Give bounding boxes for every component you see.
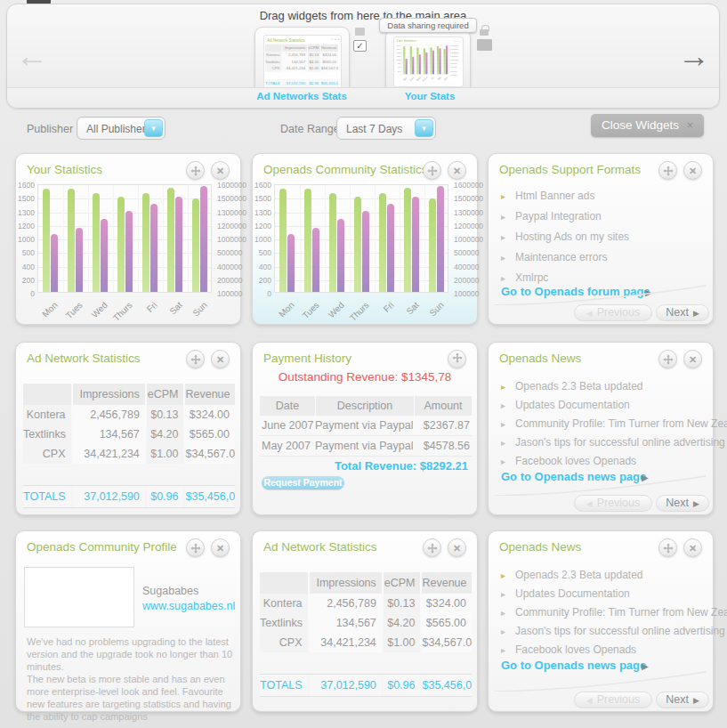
bullet-icon: ▸ [501, 457, 505, 466]
move-widget-icon[interactable] [423, 161, 441, 180]
list-item[interactable]: ▸Maintenance errors [501, 251, 607, 263]
close-widgets-button[interactable]: Close Widgets× [591, 114, 704, 137]
table-row: Kontera2,456,789$0.13$324.00 [265, 52, 338, 59]
chart-bar [150, 204, 158, 292]
close-widget-icon[interactable]: ✕ [448, 161, 466, 180]
y-axis-tick: 400000 [454, 263, 479, 271]
chart-bar [406, 59, 408, 74]
move-widget-icon[interactable] [658, 350, 677, 368]
move-widget-icon[interactable] [448, 350, 466, 368]
table-cell: Kontera [260, 594, 308, 613]
table-cell: Textlinks [23, 425, 71, 444]
gridline [275, 198, 448, 199]
chevron-down-icon[interactable]: ▼ [415, 119, 433, 137]
widget-thumbnail-your-stats[interactable]: Your Statistics● ● ●01000002002000004004… [385, 29, 471, 94]
table-cell: May 2007 [260, 436, 315, 456]
x-axis-label: Mon [265, 300, 296, 331]
list-item[interactable]: ▸Html Banner ads [501, 190, 594, 202]
y-axis-tick: 1300000 [454, 208, 483, 217]
move-widget-icon[interactable] [658, 161, 677, 180]
y-axis-tick: 1200 [15, 222, 35, 231]
list-item[interactable]: ▸Community Profile: Tim Turner from New … [501, 417, 727, 430]
link-arrow-icon[interactable]: ▶ [642, 661, 649, 671]
x-axis-label: Wed [78, 300, 109, 331]
list-item[interactable]: ▸Openads 2.3 Beta updated [501, 569, 642, 581]
y-axis-tick: 200000 [450, 69, 457, 72]
table-totals-row: TOTALS37,012,590$0.96$35,456,00 [260, 674, 472, 697]
news-page-link[interactable]: Go to Openads news page [501, 659, 646, 672]
next-button[interactable]: Next▶ [656, 304, 709, 321]
data-sharing-checkbox[interactable]: ✓ [353, 40, 367, 52]
thumbnail-link-ad-networks[interactable]: Ad Networks Stats [235, 91, 368, 101]
bullet-icon: ▸ [501, 273, 505, 283]
move-widget-icon[interactable] [658, 538, 677, 557]
move-widget-icon[interactable] [186, 161, 205, 180]
ad-network-table: ImpressionseCPMRevenueKontera2,456,789$0… [260, 572, 472, 697]
gridline [138, 185, 139, 292]
move-widget-icon[interactable] [186, 538, 205, 557]
table-totals-cell: 37,012,590 [310, 675, 382, 696]
widget-title: Ad Network Statistics [263, 540, 377, 554]
move-widget-icon[interactable] [186, 350, 205, 368]
thumbnail-link-your-stats[interactable]: Your Stats [363, 91, 497, 101]
chart-bar [362, 211, 369, 293]
bullet-icon: ▸ [501, 438, 505, 448]
bullet-icon: ▸ [501, 191, 505, 201]
table-header-cell: Revenue [185, 384, 235, 405]
forum-page-link[interactable]: Go to Openads forum page [501, 285, 650, 298]
link-arrow-icon[interactable]: ▶ [642, 473, 649, 482]
publisher-dropdown[interactable]: All Publishers ▼ [77, 117, 166, 140]
carousel-left-arrow-icon[interactable]: ← [16, 40, 48, 72]
y-axis-tick: 1500 [396, 48, 401, 51]
date-range-dropdown[interactable]: Last 7 Days ▼ [336, 117, 436, 140]
widget-title: Openads Support Formats [499, 163, 641, 176]
bullet-icon: ▸ [501, 232, 505, 242]
request-payment-button[interactable]: Request Payment [262, 476, 344, 489]
previous-button[interactable]: ◀Previous [574, 304, 652, 321]
table-cell: 134,567 [310, 613, 382, 633]
gridline [275, 253, 448, 254]
list-item[interactable]: ▸Facebook loves Openads [501, 455, 636, 467]
close-widget-icon[interactable]: ✕ [683, 161, 702, 180]
list-item[interactable]: ▸Xmlrpc [501, 271, 548, 284]
list-item[interactable]: ▸Paypal Integration [501, 210, 602, 222]
gridline [88, 185, 89, 292]
list-item[interactable]: ▸Openads 2.3 Beta updated [501, 380, 642, 392]
table-cell: $0.13 [384, 594, 421, 613]
bar-chart: 0100000200200000400400000500500000100010… [37, 184, 212, 293]
chart-bar [404, 188, 411, 292]
date-range-label: Date Range [280, 123, 340, 135]
carousel-right-arrow-icon[interactable]: → [678, 40, 710, 72]
chart-bar [192, 198, 199, 292]
next-button[interactable]: Next▶ [656, 692, 709, 708]
move-widget-icon[interactable] [423, 538, 441, 557]
close-widget-icon[interactable]: ✕ [211, 350, 230, 368]
list-item[interactable]: ▸Updates Documentation [501, 587, 630, 600]
close-widget-icon[interactable]: ✕ [211, 161, 230, 180]
table-totals-cell: TOTALS [265, 79, 281, 86]
list-item-label: Community Profile: Tim Turner from New Z… [515, 606, 727, 619]
table-totals-cell: $35,456,00 [321, 79, 338, 86]
chevron-down-icon[interactable]: ▼ [144, 119, 163, 137]
profile-website-link[interactable]: www.sugababes.nl [142, 600, 235, 612]
close-widget-icon[interactable]: ✕ [683, 350, 702, 368]
close-widget-icon[interactable]: ✕ [448, 538, 466, 557]
list-item[interactable]: ▸Community Profile: Tim Turner from New … [501, 606, 727, 619]
gridline [63, 185, 64, 292]
list-item[interactable]: ▸Hosting Ads on my sites [501, 231, 629, 243]
close-widget-icon[interactable]: ✕ [211, 538, 230, 557]
close-widget-icon[interactable]: ✕ [683, 538, 702, 557]
widget-your-statistics: Your Statistics ✕ 0100000200200000400400… [15, 153, 241, 325]
link-arrow-icon[interactable]: ▶ [645, 287, 652, 297]
y-axis-tick: 400 [396, 66, 401, 69]
list-item[interactable]: ▸Jason's tips for successful online adve… [501, 625, 725, 637]
y-axis-tick: 200 [252, 276, 271, 285]
news-page-link[interactable]: Go to Openads news page [501, 470, 646, 483]
table-cell: 134,567 [73, 425, 145, 444]
previous-button[interactable]: ◀Previous [574, 495, 652, 512]
next-button[interactable]: Next▶ [656, 495, 709, 512]
list-item[interactable]: ▸Updates Documentation [501, 399, 630, 411]
list-item[interactable]: ▸Facebook loves Openads [501, 643, 636, 656]
list-item[interactable]: ▸Jason's tips for successful online adve… [501, 436, 725, 449]
previous-button[interactable]: ◀Previous [574, 692, 652, 708]
